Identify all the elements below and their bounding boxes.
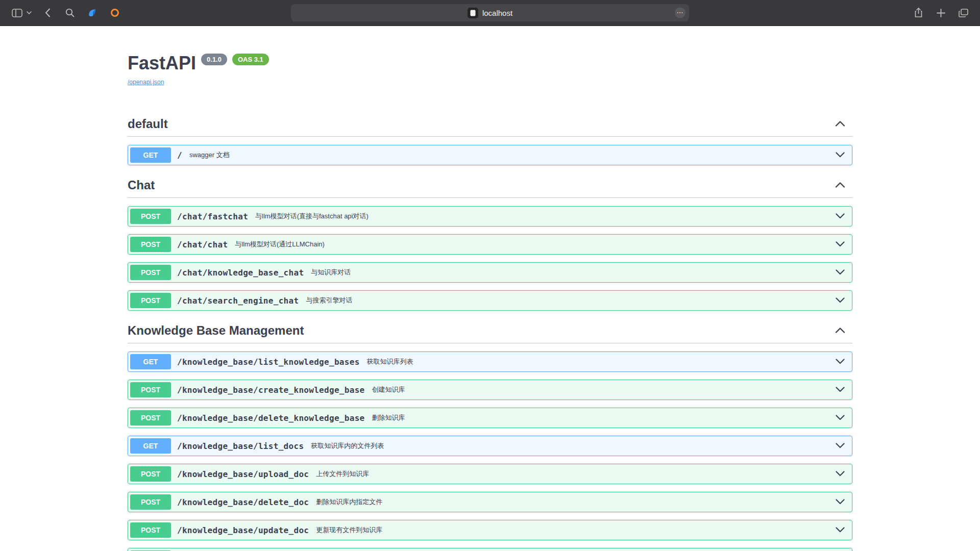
collapse-section-button[interactable] <box>834 181 846 190</box>
operation-summary: 更新现有文件到知识库 <box>316 525 382 535</box>
api-sections: default GET / swagger 文档 Chat <box>128 112 852 551</box>
operation-row[interactable]: POST /knowledge_base/update_doc 更新现有文件到知… <box>128 520 852 540</box>
operation-row[interactable]: POST /chat/knowledge_base_chat 与知识库对话 <box>128 262 852 283</box>
operation-summary: 获取知识库内的文件列表 <box>311 441 384 450</box>
api-section: Chat POST /chat/fastchat 与llm模型对话(直接与fas… <box>128 173 852 311</box>
operation-summary: 删除知识库 <box>372 413 405 422</box>
chevron-down-icon <box>836 241 845 247</box>
operation-path: /knowledge_base/delete_doc <box>177 497 309 507</box>
operation-summary: 与llm模型对话(直接与fastchat api对话) <box>255 212 369 221</box>
chevron-down-icon <box>836 152 845 158</box>
expand-operation-button[interactable] <box>834 524 847 536</box>
expand-operation-button[interactable] <box>834 239 847 251</box>
operation-path: /knowledge_base/create_knowledge_base <box>177 385 365 395</box>
oas-badge: OAS 3.1 <box>232 54 269 65</box>
expand-operation-button[interactable] <box>834 384 847 396</box>
section-operations: GET / swagger 文档 <box>128 145 852 165</box>
share-button[interactable] <box>911 5 926 20</box>
api-info: FastAPI 0.1.0 OAS 3.1 /openapi.json <box>128 26 852 86</box>
version-badge: 0.1.0 <box>201 54 227 65</box>
new-tab-button[interactable] <box>933 5 948 20</box>
operation-path: /knowledge_base/update_doc <box>177 525 309 535</box>
api-title-text: FastAPI <box>128 53 196 74</box>
operation-row[interactable]: POST /knowledge_base/delete_knowledge_ba… <box>128 408 852 428</box>
api-title: FastAPI 0.1.0 OAS 3.1 <box>128 53 852 74</box>
http-method-badge: POST <box>130 466 171 482</box>
operation-row[interactable]: GET / swagger 文档 <box>128 145 852 165</box>
http-method-badge: POST <box>130 293 171 308</box>
http-method-badge: POST <box>130 209 171 224</box>
extension-button-blue[interactable] <box>85 5 100 20</box>
collapse-section-button[interactable] <box>834 326 846 336</box>
operation-row[interactable]: POST /knowledge_base/delete_doc 删除知识库内指定… <box>128 492 852 512</box>
operation-row[interactable]: POST /knowledge_base/upload_doc 上传文件到知识库 <box>128 464 852 484</box>
http-method-badge: GET <box>130 147 171 163</box>
browser-toolbar: localhost ⋯ <box>0 0 980 26</box>
chevron-down-icon <box>27 11 32 14</box>
expand-operation-button[interactable] <box>834 412 847 424</box>
operation-path: /chat/fastchat <box>177 212 248 221</box>
chevron-down-icon <box>836 415 845 420</box>
http-method-badge: POST <box>130 410 171 425</box>
chevron-up-icon <box>835 182 845 188</box>
http-method-badge: POST <box>130 494 171 510</box>
chevron-down-icon <box>836 527 845 533</box>
http-method-badge: GET <box>130 438 171 454</box>
address-bar[interactable]: localhost ⋯ <box>291 4 689 21</box>
operation-summary: 上传文件到知识库 <box>316 469 369 479</box>
section-header[interactable]: Knowledge Base Management <box>128 318 852 343</box>
sidebar-toggle-button[interactable] <box>9 5 24 20</box>
http-method-badge: POST <box>130 382 171 397</box>
expand-operation-button[interactable] <box>834 211 847 222</box>
expand-operation-button[interactable] <box>834 267 847 279</box>
collapse-section-button[interactable] <box>834 119 846 129</box>
back-button[interactable] <box>40 5 55 20</box>
operation-path: /knowledge_base/list_docs <box>177 441 304 451</box>
extension-button-orange[interactable] <box>107 5 122 20</box>
tab-overview-icon <box>959 9 968 17</box>
toolbar-right-group <box>911 5 971 20</box>
chevron-down-icon <box>836 471 845 477</box>
tab-overview-button[interactable] <box>955 5 971 20</box>
expand-operation-button[interactable] <box>834 149 847 161</box>
operation-path: /knowledge_base/list_knowledge_bases <box>177 357 360 367</box>
chevron-down-icon <box>836 269 845 275</box>
sidebar-menu-button[interactable] <box>26 5 33 20</box>
operation-row[interactable]: GET /knowledge_base/list_docs 获取知识库内的文件列… <box>128 436 852 456</box>
extension-blue-icon <box>87 7 98 18</box>
chevron-down-icon <box>836 297 845 303</box>
chevron-down-icon <box>836 213 845 219</box>
operation-row[interactable]: POST /chat/fastchat 与llm模型对话(直接与fastchat… <box>128 206 852 227</box>
operation-summary: 创建知识库 <box>372 385 405 394</box>
operation-row[interactable]: GET /knowledge_base/list_knowledge_bases… <box>128 352 852 372</box>
search-button[interactable] <box>62 5 78 20</box>
plus-icon <box>937 9 945 17</box>
chevron-down-icon <box>836 499 845 505</box>
operation-path: /chat/search_engine_chat <box>177 296 299 306</box>
expand-operation-button[interactable] <box>834 468 847 480</box>
operation-summary: swagger 文档 <box>189 151 230 160</box>
expand-operation-button[interactable] <box>834 356 847 368</box>
expand-operation-button[interactable] <box>834 440 847 452</box>
site-badge-icon <box>468 8 478 18</box>
operation-path: /chat/knowledge_base_chat <box>177 268 304 278</box>
http-method-badge: GET <box>130 354 171 369</box>
operation-row[interactable]: POST /chat/chat 与llm模型对话(通过LLMChain) <box>128 234 852 255</box>
section-header[interactable]: Chat <box>128 173 852 198</box>
operation-row[interactable]: POST /knowledge_base/recreate_vector_sto… <box>128 548 852 551</box>
operation-summary: 与llm模型对话(通过LLMChain) <box>235 240 325 249</box>
page-menu-icon[interactable]: ⋯ <box>675 8 685 18</box>
share-icon <box>914 8 923 18</box>
operation-row[interactable]: POST /knowledge_base/create_knowledge_ba… <box>128 380 852 400</box>
openapi-spec-link[interactable]: /openapi.json <box>128 79 164 86</box>
section-title: Chat <box>128 178 155 192</box>
expand-operation-button[interactable] <box>834 295 847 307</box>
section-header[interactable]: default <box>128 112 852 137</box>
chevron-up-icon <box>835 120 845 127</box>
operation-row[interactable]: POST /chat/search_engine_chat 与搜索引擎对话 <box>128 290 852 311</box>
operation-path: / <box>177 151 182 160</box>
toolbar-left-group <box>9 5 122 20</box>
expand-operation-button[interactable] <box>834 496 847 508</box>
operation-path: /knowledge_base/upload_doc <box>177 469 309 479</box>
swagger-page: FastAPI 0.1.0 OAS 3.1 /openapi.json defa… <box>0 26 980 551</box>
